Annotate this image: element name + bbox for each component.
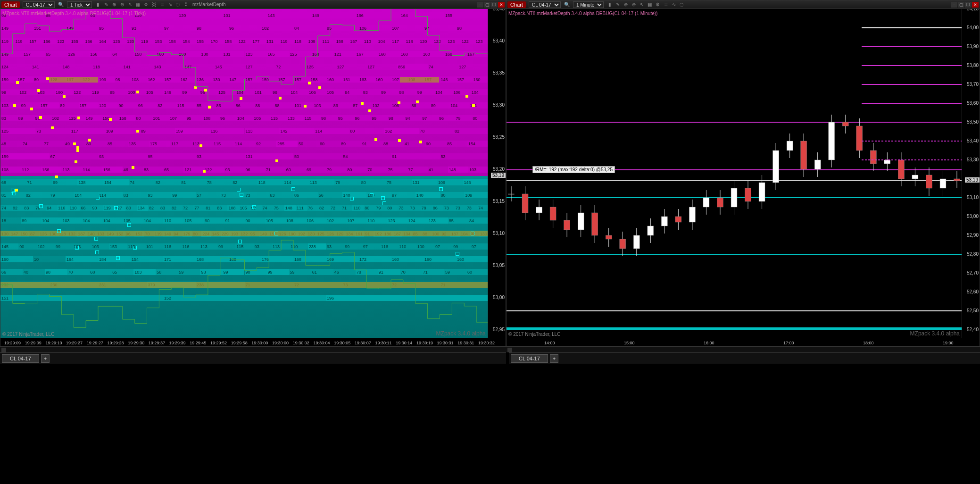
refresh-icon[interactable]: ◌ <box>175 1 182 8</box>
x-tick: 19:29:37 <box>149 341 165 345</box>
h-scrollbar-left[interactable] <box>0 347 506 352</box>
bars-icon[interactable]: ▮ <box>606 1 613 8</box>
chart-panel-right: Chart CL 04-17 🔍 1 Minute ▮ ✎ ⊕ ⊖ ↖ ▦ ⚙ … <box>506 0 980 347</box>
y-tick: 52,90 <box>967 233 979 238</box>
liquidity-dash <box>862 65 962 66</box>
wave-icon[interactable]: ∿ <box>167 1 174 8</box>
toolbar-icons: ▮ ✎ ⊕ ⊖ ↖ ▦ ⚙ ⛓ ≣ ∿ ◌ ⠿ <box>95 1 190 8</box>
settings-icon[interactable]: ⚙ <box>143 1 149 8</box>
chart-panel-left: Chart CL 04-17 🔍 1 Tick ▮ ✎ ⊕ ⊖ ↖ ▦ ⚙ ⛓ … <box>0 0 506 347</box>
chain-icon[interactable]: ⛓ <box>151 1 158 8</box>
chart-body-left[interactable]: 9395931191201011431491661641551491511499… <box>0 9 506 346</box>
bars-icon[interactable]: ▮ <box>95 1 101 8</box>
current-price-marker: 53,19 <box>965 177 980 183</box>
y-tick: 54,00 <box>967 25 979 30</box>
restore-button[interactable]: ❐ <box>491 2 498 8</box>
x-tick: 19:29:10 <box>45 341 62 345</box>
y-tick: 52,80 <box>967 251 979 257</box>
pointer-icon[interactable]: ↖ <box>639 1 645 8</box>
zoom-out-icon[interactable]: ⊖ <box>631 1 637 8</box>
svg-rect-33 <box>731 188 737 207</box>
minimize-button[interactable]: – <box>951 2 957 8</box>
x-axis[interactable]: 19:29:0919:29:0919:29:1019:29:2719:29:27… <box>0 338 488 346</box>
y-tick: 53,40 <box>967 138 979 143</box>
x-tick: 19:29:58 <box>231 341 248 345</box>
pencil-icon[interactable]: ✎ <box>615 1 621 8</box>
svg-rect-17 <box>620 239 626 249</box>
x-tick: 19:30:04 <box>313 341 330 345</box>
indicator-name: mzMarketDepth <box>192 2 226 7</box>
pencil-icon[interactable]: ✎ <box>103 1 109 8</box>
svg-rect-15 <box>606 235 612 239</box>
y-tick: 53,90 <box>967 44 979 49</box>
x-tick: 19:30:11 <box>375 341 392 345</box>
y-tick: 53,30 <box>967 157 979 162</box>
svg-rect-41 <box>787 141 793 150</box>
pointer-icon[interactable]: ↖ <box>127 1 133 8</box>
x-tick: 15:00 <box>624 341 635 345</box>
search-icon[interactable]: 🔍 <box>58 1 64 8</box>
refresh-icon[interactable]: ◌ <box>679 1 685 8</box>
zoom-in-icon[interactable]: ⊕ <box>111 1 117 8</box>
svg-rect-23 <box>661 217 667 226</box>
tab-symbol[interactable]: CL 04-17 <box>2 354 39 363</box>
svg-rect-29 <box>703 198 709 207</box>
y-tick: 53,00 <box>493 295 505 300</box>
chart-body-right[interactable]: 54,1054,0053,9053,8053,7053,6053,5053,40… <box>507 9 980 346</box>
tab-add-button[interactable]: + <box>550 354 558 363</box>
svg-rect-37 <box>759 183 765 201</box>
tab-symbol[interactable]: CL 04-17 <box>511 354 548 363</box>
current-price-marker: 53,19 <box>491 173 506 178</box>
y-tick: 54,10 <box>967 9 979 11</box>
wave-icon[interactable]: ∿ <box>671 1 677 8</box>
tab-add-button[interactable]: + <box>41 354 50 363</box>
x-tick: 17:00 <box>783 341 794 345</box>
interval-select[interactable]: 1 Minute <box>573 1 604 8</box>
liquidity-dash <box>862 197 962 198</box>
y-tick: 53,00 <box>967 214 979 219</box>
indicator-label: MZpack.NT8.mzMarketDepth 3.4.0 alpha DEB… <box>2 11 146 16</box>
y-axis[interactable]: 54,1054,0053,9053,8053,7053,6053,5053,40… <box>962 9 980 338</box>
close-button[interactable]: ✕ <box>972 2 979 8</box>
svg-rect-7 <box>550 207 556 220</box>
indicator-label: MZpack.NT8.mzMarketDepth 3.4.0 alpha DEB… <box>508 11 657 16</box>
zoom-out-icon[interactable]: ⊖ <box>119 1 125 8</box>
settings-icon[interactable]: ⚙ <box>655 1 661 8</box>
zoom-in-icon[interactable]: ⊕ <box>623 1 629 8</box>
liquidity-dash <box>862 103 962 104</box>
close-button[interactable]: ✕ <box>498 2 505 8</box>
h-scrollbar-right[interactable] <box>506 347 980 352</box>
y-tick: 53,50 <box>967 119 979 125</box>
svg-rect-63 <box>940 179 946 188</box>
copyright-text: © 2017 NinjaTrader, LLC <box>2 332 54 337</box>
x-tick: 19:30:19 <box>416 341 433 345</box>
interval-select[interactable]: 1 Tick <box>67 1 92 8</box>
y-tick: 53,10 <box>967 195 979 200</box>
x-tick: 18:00 <box>863 341 874 345</box>
data-icon[interactable]: ▦ <box>135 1 141 8</box>
maximize-button[interactable]: ▢ <box>484 2 490 8</box>
x-tick: 19:30:00 <box>272 341 289 345</box>
symbol-select[interactable]: CL 04-17 <box>529 1 561 8</box>
y-tick: 53,45 <box>493 9 505 11</box>
svg-rect-31 <box>717 198 723 207</box>
restore-button[interactable]: ❐ <box>965 2 972 8</box>
svg-rect-53 <box>870 150 876 164</box>
search-icon[interactable]: 🔍 <box>564 1 570 8</box>
svg-rect-61 <box>926 175 932 188</box>
y-axis[interactable]: 53,4553,4053,3553,3053,2553,2053,1953,15… <box>488 9 506 338</box>
x-tick: 19:30:05 <box>334 341 350 345</box>
svg-rect-55 <box>884 160 890 164</box>
data-icon[interactable]: ▦ <box>647 1 653 8</box>
x-axis[interactable]: 14:0015:0016:0017:0018:0019:00 <box>507 338 962 346</box>
svg-rect-5 <box>536 207 542 213</box>
minimize-button[interactable]: – <box>477 2 483 8</box>
depth-icon[interactable]: ≣ <box>159 1 166 8</box>
svg-rect-35 <box>745 188 751 201</box>
depth-icon[interactable]: ≣ <box>663 1 669 8</box>
liquidity-dash <box>862 254 962 255</box>
symbol-select[interactable]: CL 04-17 <box>23 1 55 8</box>
more-icon[interactable]: ⠿ <box>183 1 190 8</box>
y-tick: 53,70 <box>967 82 979 87</box>
maximize-button[interactable]: ▢ <box>958 2 964 8</box>
